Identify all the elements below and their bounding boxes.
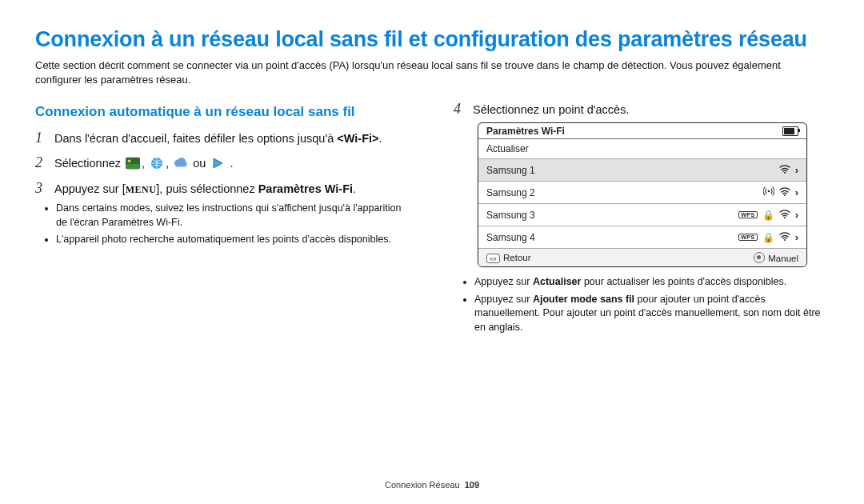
left-column: Connexion automatique à un réseau local … xyxy=(35,101,410,342)
wifi-ap-name: Samsung 2 xyxy=(486,187,535,198)
step-number: 3 xyxy=(35,180,46,197)
svg-point-6 xyxy=(767,190,770,193)
back-button[interactable]: ▭Retour xyxy=(486,253,531,263)
step-number: 1 xyxy=(35,130,46,146)
globe-icon xyxy=(150,157,164,172)
wifi-panel-title: Paramètres Wi-Fi xyxy=(486,126,565,137)
chevron-right-icon: › xyxy=(795,231,798,243)
step-2-text: Sélectionnez , , ou xyxy=(54,157,233,172)
menu-button-label: MENU xyxy=(126,184,157,195)
wifi-ap-row[interactable]: Samsung 1 › xyxy=(478,159,806,182)
chevron-right-icon: › xyxy=(795,186,798,198)
step-4-bullets: Appuyez sur Actualiser pour actualiser l… xyxy=(474,275,829,334)
step-number: 4 xyxy=(454,101,465,118)
step-3-text: Appuyez sur [MENU], puis sélectionnez Pa… xyxy=(54,182,356,196)
wifi-panel-footer: ▭Retour Manuel xyxy=(478,249,806,266)
list-item: L'appareil photo recherche automatiqueme… xyxy=(56,233,410,247)
wifi-ap-name: Samsung 4 xyxy=(486,232,535,243)
footer-page-number: 109 xyxy=(465,480,479,490)
wifi-refresh-row[interactable]: Actualiser xyxy=(478,139,806,159)
play-icon xyxy=(210,157,225,172)
wifi-panel-header: Paramètres Wi-Fi xyxy=(478,123,806,139)
wifi-ap-name: Samsung 3 xyxy=(486,210,535,221)
svg-marker-4 xyxy=(214,158,222,168)
intro-paragraph: Cette section décrit comment se connecte… xyxy=(35,58,829,86)
lock-icon: 🔒 xyxy=(762,232,774,243)
wps-badge: WPS xyxy=(738,234,757,241)
svg-point-5 xyxy=(784,172,786,174)
wifi-ap-row[interactable]: Samsung 4 WPS 🔒 › xyxy=(478,226,806,249)
chevron-right-icon: › xyxy=(795,209,798,221)
footer-section: Connexion Réseau xyxy=(385,480,460,490)
step-4-text: Sélectionnez un point d'accès. xyxy=(473,103,629,116)
list-item: Dans certains modes, suivez les instruct… xyxy=(56,202,410,230)
right-column: 4 Sélectionnez un point d'accès. Paramèt… xyxy=(454,101,829,342)
chevron-right-icon: › xyxy=(795,164,798,176)
svg-point-2 xyxy=(128,160,131,163)
step-3: 3 Appuyez sur [MENU], puis sélectionnez … xyxy=(35,180,410,247)
wifi-signal-icon xyxy=(779,186,790,198)
svg-point-9 xyxy=(784,239,786,241)
cloud-icon xyxy=(174,157,188,172)
wps-badge: WPS xyxy=(738,211,757,218)
manual-page: Connexion à un réseau local sans fil et … xyxy=(0,0,864,504)
battery-icon xyxy=(782,126,798,136)
wifi-signal-icon xyxy=(779,231,790,243)
page-footer: Connexion Réseau 109 xyxy=(0,480,864,490)
lock-icon: 🔒 xyxy=(762,210,774,221)
wifi-settings-panel: Paramètres Wi-Fi Actualiser Samsung 1 › xyxy=(478,122,807,267)
section-heading: Connexion automatique à un réseau local … xyxy=(35,104,410,120)
two-column-layout: Connexion automatique à un réseau local … xyxy=(35,101,829,342)
wifi-signal-icon xyxy=(779,209,790,221)
wifi-signal-icon xyxy=(779,164,790,176)
step-1: 1 Dans l'écran d'accueil, faites défiler… xyxy=(35,130,410,146)
step-4: 4 Sélectionnez un point d'accès. Paramèt… xyxy=(454,101,829,334)
list-item: Appuyez sur Ajouter mode sans fil pour a… xyxy=(474,293,829,335)
photo-thumbnail-icon xyxy=(126,157,140,172)
svg-point-7 xyxy=(784,194,786,196)
page-title: Connexion à un réseau local sans fil et … xyxy=(35,27,829,52)
svg-point-8 xyxy=(784,217,786,218)
wifi-ap-row[interactable]: Samsung 3 WPS 🔒 › xyxy=(478,204,806,226)
step-1-text: Dans l'écran d'accueil, faites défiler l… xyxy=(54,132,382,145)
step-2: 2 Sélectionnez , , ou xyxy=(35,154,410,172)
manual-button[interactable]: Manuel xyxy=(754,252,798,263)
back-key-icon: ▭ xyxy=(486,254,500,263)
step-number: 2 xyxy=(35,154,46,171)
wifi-ap-name: Samsung 1 xyxy=(486,165,535,176)
adhoc-icon xyxy=(763,186,774,198)
ok-key-icon xyxy=(754,252,765,263)
svg-rect-1 xyxy=(126,164,140,169)
list-item: Appuyez sur Actualiser pour actualiser l… xyxy=(474,275,829,290)
step-3-bullets: Dans certains modes, suivez les instruct… xyxy=(56,202,410,247)
wifi-ap-row[interactable]: Samsung 2 › xyxy=(478,182,806,204)
